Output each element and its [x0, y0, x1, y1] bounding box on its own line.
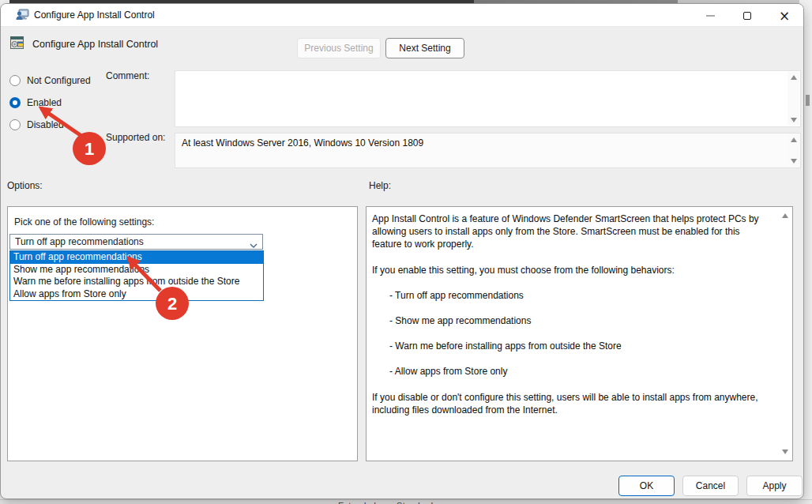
- radio-label: Not Configured: [27, 75, 91, 86]
- minimize-icon: [706, 15, 715, 17]
- supported-on-box: At least Windows Server 2016, Windows 10…: [175, 133, 801, 168]
- radio-disabled[interactable]: Disabled: [9, 118, 64, 131]
- comment-label: Comment:: [106, 70, 149, 81]
- maximize-icon: [743, 12, 751, 20]
- settings-dropdown[interactable]: Turn off app recommendations: [9, 234, 263, 250]
- window-controls: ×: [702, 7, 792, 24]
- next-setting-button[interactable]: Next Setting: [385, 38, 464, 58]
- scroll-down-icon[interactable]: [791, 118, 797, 122]
- previous-setting-button[interactable]: Previous Setting: [297, 38, 381, 58]
- picker-label: Pick one of the following settings:: [14, 216, 154, 228]
- titlebar: Configure App Install Control ×: [1, 4, 803, 27]
- radio-icon: [9, 119, 21, 130]
- help-paragraph: If you enable this setting, you must cho…: [372, 264, 771, 276]
- maximize-button[interactable]: [739, 8, 755, 24]
- help-section-label: Help:: [369, 180, 391, 191]
- group-policy-app-icon: [16, 9, 29, 24]
- dropdown-value: Turn off app recommendations: [15, 236, 144, 247]
- dropdown-list: Turn off app recommendations Show me app…: [9, 250, 264, 301]
- radio-not-configured[interactable]: Not Configured: [9, 74, 91, 87]
- comment-textarea[interactable]: [175, 70, 801, 127]
- cancel-button[interactable]: Cancel: [682, 476, 739, 496]
- radio-icon: [9, 75, 21, 86]
- dropdown-option-warn-me[interactable]: Warn me before installing apps from outs…: [10, 276, 263, 288]
- help-behavior-item: - Allow apps from Store only: [372, 365, 771, 378]
- policy-setting-icon: [10, 36, 24, 52]
- scroll-up-icon[interactable]: [791, 137, 797, 142]
- scroll-up-icon[interactable]: [782, 213, 788, 218]
- scroll-up-icon[interactable]: [791, 75, 797, 80]
- close-icon: ×: [779, 12, 790, 20]
- help-paragraph: App Install Control is a feature of Wind…: [372, 213, 771, 251]
- scroll-down-icon[interactable]: [791, 159, 797, 164]
- help-behavior-item: - Warn me before installing apps from ou…: [372, 340, 771, 352]
- radio-enabled[interactable]: Enabled: [9, 96, 62, 109]
- help-behavior-item: - Show me app recommendations: [372, 314, 771, 327]
- apply-button[interactable]: Apply: [746, 476, 803, 496]
- help-scrollbar[interactable]: [779, 209, 791, 459]
- supported-scrollbar[interactable]: [788, 134, 799, 167]
- background-window-fragment: [806, 95, 810, 106]
- setting-title: Configure App Install Control: [32, 39, 158, 50]
- close-button[interactable]: ×: [776, 8, 792, 24]
- configure-app-install-control-dialog: Configure App Install Control × Configur…: [0, 3, 804, 499]
- options-section-label: Options:: [7, 180, 43, 191]
- radio-icon: [9, 97, 21, 108]
- tab-standard: Standard: [397, 501, 433, 504]
- minimize-button[interactable]: [702, 8, 718, 24]
- help-text: App Install Control is a feature of Wind…: [372, 213, 771, 429]
- dropdown-option-store-only[interactable]: Allow apps from Store only: [10, 288, 263, 301]
- comment-scrollbar[interactable]: [788, 72, 799, 126]
- radio-label: Enabled: [27, 97, 62, 108]
- ok-button[interactable]: OK: [618, 476, 675, 496]
- chevron-down-icon: [250, 239, 258, 250]
- help-behavior-item: - Turn off app recommendations: [372, 289, 771, 302]
- help-panel: App Install Control is a feature of Wind…: [366, 206, 793, 461]
- supported-on-label: Supported on:: [106, 132, 165, 143]
- dropdown-option-turn-off[interactable]: Turn off app recommendations: [10, 251, 263, 264]
- scroll-down-icon[interactable]: [782, 449, 788, 454]
- window-title: Configure App Install Control: [34, 9, 155, 21]
- dropdown-option-show-me[interactable]: Show me app recommendations: [10, 264, 263, 276]
- options-panel: Pick one of the following settings: Turn…: [7, 206, 358, 461]
- background-window-bottom-edge: ExtendedStandard: [0, 499, 812, 504]
- supported-on-value: At least Windows Server 2016, Windows 10…: [182, 137, 423, 149]
- background-tabs: ExtendedStandard: [338, 501, 453, 504]
- help-paragraph: If you disable or don't configure this s…: [372, 391, 771, 416]
- tab-extended: Extended: [338, 501, 376, 504]
- radio-label: Disabled: [27, 119, 64, 130]
